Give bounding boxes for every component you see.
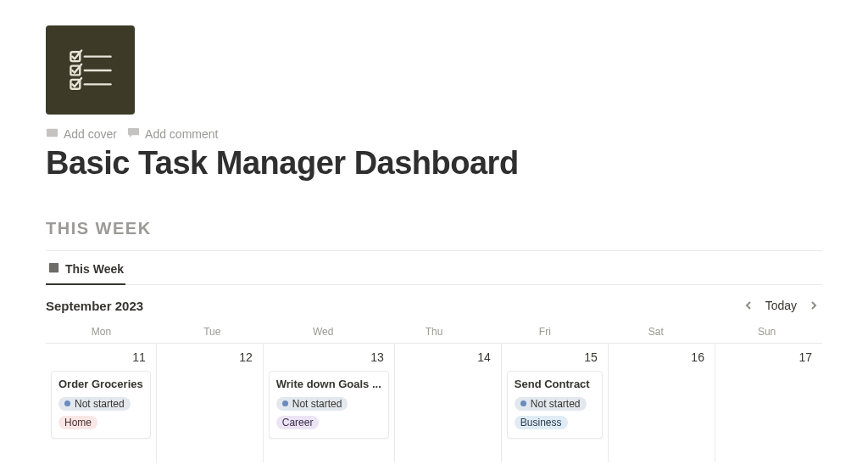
divider: [46, 250, 822, 251]
event-title: Write down Goals ...: [276, 378, 381, 390]
calendar-cell[interactable]: 17: [715, 344, 822, 462]
tag-label: Business: [520, 417, 562, 428]
date-number: 15: [507, 349, 603, 369]
calendar-cell[interactable]: 14: [395, 344, 502, 462]
next-week-button[interactable]: [805, 295, 822, 316]
date-number: 14: [400, 349, 496, 369]
event-card[interactable]: Write down Goals ... Not started Career: [269, 371, 389, 439]
chevron-right-icon: [810, 301, 818, 310]
calendar-cell[interactable]: 12: [157, 344, 264, 462]
calendar-cell[interactable]: 16: [609, 344, 715, 462]
comment-icon: [127, 126, 140, 142]
month-label: September 2023: [46, 299, 143, 313]
add-cover-button[interactable]: Add cover: [46, 126, 117, 142]
status-dot-icon: [282, 400, 288, 406]
day-header: Fri: [489, 326, 600, 338]
day-headers: Mon Tue Wed Thu Fri Sat Sun: [46, 324, 822, 343]
date-number: 17: [721, 349, 817, 369]
image-icon: [46, 126, 58, 142]
day-header: Thu: [379, 326, 490, 338]
calendar-cell[interactable]: 13 Write down Goals ... Not started Care…: [264, 344, 395, 462]
status-label: Not started: [292, 398, 342, 410]
date-number: 11: [51, 349, 151, 369]
add-comment-label: Add comment: [145, 127, 218, 141]
status-badge: Not started: [58, 397, 131, 411]
status-label: Not started: [75, 398, 125, 410]
event-card[interactable]: Order Groceries Not started Home: [51, 371, 151, 439]
chevron-left-icon: [744, 301, 753, 310]
event-card[interactable]: Send Contract Not started Business: [507, 371, 603, 439]
tag-badge: Business: [515, 416, 568, 429]
day-header: Mon: [46, 326, 157, 338]
date-number: 13: [269, 349, 389, 369]
calendar-icon: [47, 261, 60, 277]
add-cover-label: Add cover: [64, 127, 117, 141]
status-dot-icon: [64, 400, 70, 406]
tag-label: Career: [282, 417, 314, 428]
status-label: Not started: [531, 398, 581, 410]
day-header: Sat: [600, 326, 711, 338]
status-badge: Not started: [276, 397, 348, 411]
day-header: Tue: [157, 326, 268, 338]
section-heading: THIS WEEK: [46, 219, 822, 238]
day-header: Sun: [711, 326, 822, 338]
tag-badge: Home: [58, 416, 97, 429]
status-dot-icon: [520, 400, 526, 406]
calendar-cell[interactable]: 11 Order Groceries Not started Home: [46, 344, 157, 462]
event-title: Send Contract: [515, 378, 595, 390]
page-icon[interactable]: [46, 25, 135, 115]
tag-label: Home: [64, 417, 92, 428]
tab-label: This Week: [65, 262, 124, 276]
date-number: 12: [162, 349, 258, 369]
calendar-grid: 11 Order Groceries Not started Home 12 1…: [46, 343, 822, 462]
today-button[interactable]: Today: [765, 299, 797, 312]
day-header: Wed: [268, 326, 379, 338]
date-number: 16: [614, 349, 709, 369]
add-comment-button[interactable]: Add comment: [127, 126, 218, 142]
calendar-cell[interactable]: 15 Send Contract Not started Business: [502, 344, 609, 462]
status-badge: Not started: [515, 397, 587, 411]
tab-this-week[interactable]: This Week: [46, 256, 125, 285]
event-title: Order Groceries: [58, 378, 143, 390]
page-title: Basic Task Manager Dashboard: [46, 145, 822, 182]
prev-week-button[interactable]: [740, 295, 757, 316]
tabs-row: This Week: [46, 256, 822, 285]
tag-badge: Career: [276, 416, 320, 429]
